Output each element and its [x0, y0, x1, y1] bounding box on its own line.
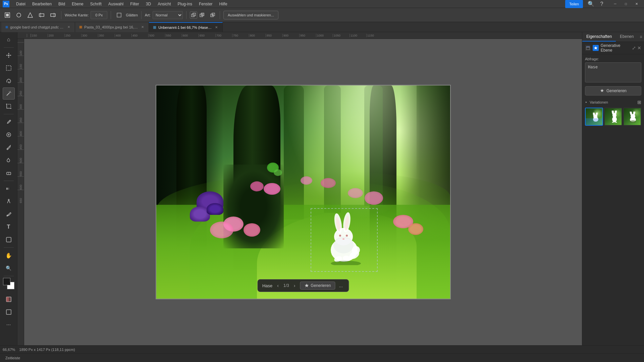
eyedropper-tool[interactable] [3, 116, 15, 128]
marquee-tool[interactable] [3, 62, 15, 74]
svg-rect-34 [6, 297, 9, 302]
tab-3[interactable]: Unbenannt-1 bei 66,7% (Hase, RGB/8) ✕ [149, 22, 223, 32]
svg-rect-18 [153, 26, 156, 28]
panel-collapse-button[interactable]: ≡ [638, 32, 644, 42]
tab-ebenen[interactable]: Ebenen [616, 32, 638, 42]
svg-rect-6 [51, 14, 55, 16]
expand-arrow-icon [585, 101, 588, 104]
zoom-level: 66,67% [3, 348, 15, 352]
ft-generate-button[interactable]: Generieren [300, 282, 335, 290]
eraser-tool[interactable] [3, 167, 15, 179]
tab-eigenschaften[interactable]: Eigenschaften [582, 32, 616, 42]
gen-layer-icon [593, 45, 598, 51]
svg-rect-52 [586, 46, 590, 47]
subtract-from-selection[interactable] [190, 11, 197, 19]
dodge-tool[interactable] [3, 195, 15, 207]
tool-option-1[interactable] [3, 10, 12, 20]
svg-rect-15 [212, 14, 213, 16]
lasso-tool[interactable] [3, 75, 15, 87]
tab-1[interactable]: google bard und chatgpt.psdc bei 100% (R… [1, 22, 75, 32]
close-button[interactable]: ✕ [632, 0, 641, 9]
crop-tool[interactable] [3, 100, 15, 112]
select-mask-button[interactable]: Auswählen und maskieren... [223, 11, 278, 19]
glatten-checkbox[interactable] [114, 10, 124, 20]
right-panel: Eigenschaften Ebenen ≡ Generative Ebene … [582, 32, 644, 345]
maximize-button[interactable]: □ [621, 0, 631, 9]
tool-option-5[interactable] [48, 10, 58, 20]
quick-mask-tool[interactable] [3, 293, 15, 305]
tab-close-1[interactable]: ✕ [67, 24, 71, 29]
svg-rect-1 [6, 14, 9, 16]
zoom-tool[interactable]: 🔍 [3, 262, 15, 274]
ft-next-button[interactable]: › [292, 282, 298, 289]
main-area: ⌂ [0, 32, 644, 345]
pen-tool[interactable] [3, 208, 15, 220]
text-tool[interactable]: T [3, 221, 15, 233]
canvas-viewport[interactable]: Hase ‹ 1/3 › Generieren ... [24, 39, 582, 345]
art-select[interactable]: Normal [153, 11, 183, 19]
weiche-kante-input[interactable] [91, 11, 107, 19]
ft-prev-button[interactable]: ‹ [275, 282, 281, 289]
menu-bild[interactable]: Bild [56, 1, 68, 7]
panel-tabs: Eigenschaften Ebenen ≡ [582, 32, 644, 42]
glatten-label: Glätten [126, 13, 138, 17]
ft-counter: 1/3 [283, 283, 289, 288]
ft-more-button[interactable]: ... [338, 282, 344, 289]
variation-thumb-2[interactable] [604, 108, 622, 126]
panel-expand-icon[interactable]: ⤢ [632, 45, 636, 51]
help-button[interactable]: ? [597, 0, 606, 9]
panel-close-icon[interactable]: ✕ [637, 45, 641, 51]
options-toolbar: Weiche Kante: Glätten Art: Normal Auswäh… [0, 8, 644, 22]
timeline-label[interactable]: Zeitleiste [3, 355, 23, 361]
menu-auswahl[interactable]: Auswahl [106, 1, 126, 7]
menu-datei[interactable]: Datei [13, 1, 28, 7]
rabbit-image [321, 208, 368, 265]
svg-line-21 [9, 92, 10, 93]
svg-rect-19 [6, 66, 11, 70]
gradient-tool[interactable] [3, 183, 15, 195]
color-swatches[interactable] [3, 278, 14, 289]
tab-icon-1 [5, 25, 8, 29]
menu-schrift[interactable]: Schrift [88, 1, 104, 7]
menu-3d[interactable]: 3D [143, 1, 154, 7]
ft-gen-icon [304, 283, 309, 288]
hand-tool[interactable]: ✋ [3, 249, 15, 261]
home-tool[interactable]: ⌂ [3, 34, 15, 46]
tab-close-2[interactable]: ✕ [141, 24, 145, 29]
menu-ansicht[interactable]: Ansicht [155, 1, 173, 7]
variation-thumb-1[interactable]: ··· [585, 108, 603, 126]
tool-option-4[interactable] [37, 10, 46, 20]
brush-tool[interactable] [3, 141, 15, 154]
gen-layer-title: Generative Ebene [601, 43, 632, 53]
search-button[interactable]: 🔍 [586, 0, 596, 9]
variation-thumb-3[interactable] [623, 108, 641, 126]
foreground-color[interactable] [3, 278, 10, 285]
menu-bearbeiten[interactable]: Bearbeiten [30, 1, 54, 7]
tool-option-2[interactable] [14, 10, 23, 20]
screen-mode-tool[interactable] [3, 306, 15, 318]
move-tool[interactable] [3, 49, 15, 61]
menu-plugins[interactable]: Plug-ins [175, 1, 195, 7]
clone-tool[interactable] [3, 154, 15, 166]
tab-2[interactable]: Pasta_03_4000px.jpeg bei 16,7% (RGB/8) ✕ [75, 22, 149, 32]
query-input[interactable]: Hase [585, 62, 641, 82]
svg-line-20 [7, 93, 9, 96]
healing-tool[interactable] [3, 129, 15, 141]
menu-fenster[interactable]: Fenster [196, 1, 215, 7]
magic-wand-tool[interactable] [3, 87, 15, 100]
tab-close-3[interactable]: ✕ [214, 25, 218, 30]
menu-ebene[interactable]: Ebene [69, 1, 86, 7]
menu-hilfe[interactable]: Hilfe [217, 1, 230, 7]
intersect-selection[interactable] [209, 11, 216, 19]
svg-rect-16 [6, 26, 8, 28]
minimize-button[interactable]: ─ [610, 0, 620, 9]
add-to-selection[interactable] [198, 11, 206, 19]
grid-view-icon[interactable]: ⊞ [637, 100, 641, 105]
tool-option-3[interactable] [25, 10, 35, 20]
generate-button[interactable]: Generieren [585, 86, 641, 96]
share-button[interactable]: Teilen [565, 0, 583, 8]
extra-tools[interactable]: ··· [3, 319, 15, 331]
shape-tool[interactable] [3, 234, 15, 246]
gen-star-icon [600, 88, 604, 93]
menu-filter[interactable]: Filter [127, 1, 142, 7]
